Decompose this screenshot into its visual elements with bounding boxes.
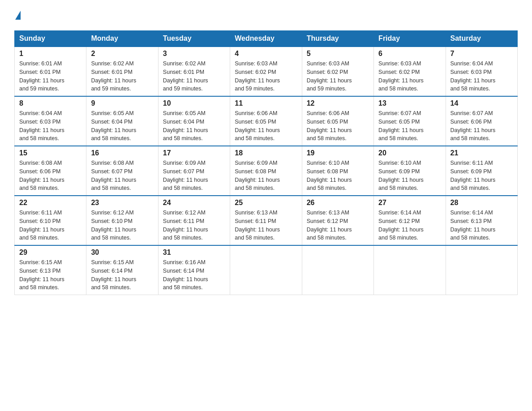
- day-cell: 15 Sunrise: 6:08 AM Sunset: 6:06 PM Dayl…: [15, 146, 86, 196]
- day-cell: 29 Sunrise: 6:15 AM Sunset: 6:13 PM Dayl…: [15, 245, 86, 295]
- logo: [14, 11, 21, 20]
- day-cell: 27 Sunrise: 6:14 AM Sunset: 6:12 PM Dayl…: [374, 196, 446, 245]
- day-info: Sunrise: 6:01 AM Sunset: 6:01 PM Dayligh…: [19, 60, 82, 93]
- day-info: Sunrise: 6:12 AM Sunset: 6:11 PM Dayligh…: [163, 209, 225, 242]
- day-number: 19: [307, 149, 369, 157]
- day-number: 3: [163, 50, 225, 58]
- day-info: Sunrise: 6:05 AM Sunset: 6:04 PM Dayligh…: [163, 109, 225, 143]
- col-header-sunday: Sunday: [15, 31, 86, 47]
- day-info: Sunrise: 6:03 AM Sunset: 6:02 PM Dayligh…: [378, 60, 441, 93]
- day-number: 7: [450, 50, 513, 58]
- col-header-saturday: Saturday: [446, 31, 517, 47]
- day-info: Sunrise: 6:11 AM Sunset: 6:09 PM Dayligh…: [450, 159, 513, 193]
- day-number: 13: [378, 99, 441, 107]
- page-header: [14, 11, 518, 20]
- day-info: Sunrise: 6:07 AM Sunset: 6:05 PM Dayligh…: [378, 109, 441, 143]
- day-info: Sunrise: 6:13 AM Sunset: 6:11 PM Dayligh…: [235, 209, 297, 242]
- day-number: 20: [378, 149, 441, 157]
- day-cell: 23 Sunrise: 6:12 AM Sunset: 6:10 PM Dayl…: [86, 196, 158, 245]
- calendar-table: SundayMondayTuesdayWednesdayThursdayFrid…: [14, 30, 518, 295]
- day-number: 31: [163, 248, 225, 257]
- day-info: Sunrise: 6:09 AM Sunset: 6:08 PM Dayligh…: [235, 159, 297, 193]
- day-cell: 14 Sunrise: 6:07 AM Sunset: 6:06 PM Dayl…: [446, 96, 517, 146]
- week-row-1: 1 Sunrise: 6:01 AM Sunset: 6:01 PM Dayli…: [15, 47, 518, 96]
- day-info: Sunrise: 6:04 AM Sunset: 6:03 PM Dayligh…: [19, 109, 82, 143]
- day-info: Sunrise: 6:03 AM Sunset: 6:02 PM Dayligh…: [307, 60, 369, 93]
- day-info: Sunrise: 6:10 AM Sunset: 6:09 PM Dayligh…: [378, 159, 441, 193]
- day-number: 27: [378, 199, 441, 207]
- day-number: 12: [307, 99, 369, 107]
- day-number: 26: [307, 199, 369, 207]
- day-cell: 4 Sunrise: 6:03 AM Sunset: 6:02 PM Dayli…: [230, 47, 302, 96]
- day-info: Sunrise: 6:09 AM Sunset: 6:07 PM Dayligh…: [163, 159, 225, 193]
- day-cell: 24 Sunrise: 6:12 AM Sunset: 6:11 PM Dayl…: [158, 196, 230, 245]
- day-info: Sunrise: 6:05 AM Sunset: 6:04 PM Dayligh…: [91, 109, 153, 143]
- col-header-monday: Monday: [86, 31, 158, 47]
- day-cell: 18 Sunrise: 6:09 AM Sunset: 6:08 PM Dayl…: [230, 146, 302, 196]
- day-cell: 22 Sunrise: 6:11 AM Sunset: 6:10 PM Dayl…: [15, 196, 86, 245]
- day-number: 6: [378, 50, 441, 58]
- day-cell: 6 Sunrise: 6:03 AM Sunset: 6:02 PM Dayli…: [374, 47, 446, 96]
- day-cell: 5 Sunrise: 6:03 AM Sunset: 6:02 PM Dayli…: [302, 47, 373, 96]
- day-cell: 21 Sunrise: 6:11 AM Sunset: 6:09 PM Dayl…: [446, 146, 517, 196]
- day-info: Sunrise: 6:13 AM Sunset: 6:12 PM Dayligh…: [307, 209, 369, 242]
- day-number: 14: [450, 99, 513, 107]
- day-cell: 13 Sunrise: 6:07 AM Sunset: 6:05 PM Dayl…: [374, 96, 446, 146]
- day-number: 16: [91, 149, 153, 157]
- day-number: 23: [91, 199, 153, 207]
- day-cell: 7 Sunrise: 6:04 AM Sunset: 6:03 PM Dayli…: [446, 47, 517, 96]
- day-cell: 9 Sunrise: 6:05 AM Sunset: 6:04 PM Dayli…: [86, 96, 158, 146]
- day-number: 17: [163, 149, 225, 157]
- week-row-5: 29 Sunrise: 6:15 AM Sunset: 6:13 PM Dayl…: [15, 245, 518, 295]
- day-info: Sunrise: 6:06 AM Sunset: 6:05 PM Dayligh…: [235, 109, 297, 143]
- day-info: Sunrise: 6:15 AM Sunset: 6:14 PM Dayligh…: [91, 258, 153, 292]
- day-cell: [374, 245, 446, 295]
- day-info: Sunrise: 6:14 AM Sunset: 6:12 PM Dayligh…: [378, 209, 441, 242]
- day-number: 8: [19, 99, 82, 107]
- day-cell: 12 Sunrise: 6:06 AM Sunset: 6:05 PM Dayl…: [302, 96, 373, 146]
- header-row: SundayMondayTuesdayWednesdayThursdayFrid…: [15, 31, 518, 47]
- day-number: 22: [19, 199, 82, 207]
- day-info: Sunrise: 6:11 AM Sunset: 6:10 PM Dayligh…: [19, 209, 82, 242]
- day-info: Sunrise: 6:08 AM Sunset: 6:07 PM Dayligh…: [91, 159, 153, 193]
- day-number: 29: [19, 248, 82, 257]
- day-info: Sunrise: 6:07 AM Sunset: 6:06 PM Dayligh…: [450, 109, 513, 143]
- day-info: Sunrise: 6:14 AM Sunset: 6:13 PM Dayligh…: [450, 209, 513, 242]
- day-cell: [302, 245, 373, 295]
- day-cell: 8 Sunrise: 6:04 AM Sunset: 6:03 PM Dayli…: [15, 96, 86, 146]
- day-number: 11: [235, 99, 297, 107]
- day-cell: 31 Sunrise: 6:16 AM Sunset: 6:14 PM Dayl…: [158, 245, 230, 295]
- day-cell: 10 Sunrise: 6:05 AM Sunset: 6:04 PM Dayl…: [158, 96, 230, 146]
- day-info: Sunrise: 6:04 AM Sunset: 6:03 PM Dayligh…: [450, 60, 513, 93]
- day-number: 10: [163, 99, 225, 107]
- day-cell: [446, 245, 517, 295]
- day-number: 25: [235, 199, 297, 207]
- day-cell: 2 Sunrise: 6:02 AM Sunset: 6:01 PM Dayli…: [86, 47, 158, 96]
- day-number: 1: [19, 50, 82, 58]
- col-header-wednesday: Wednesday: [230, 31, 302, 47]
- day-cell: [230, 245, 302, 295]
- day-cell: 30 Sunrise: 6:15 AM Sunset: 6:14 PM Dayl…: [86, 245, 158, 295]
- week-row-3: 15 Sunrise: 6:08 AM Sunset: 6:06 PM Dayl…: [15, 146, 518, 196]
- day-number: 30: [91, 248, 153, 257]
- day-cell: 16 Sunrise: 6:08 AM Sunset: 6:07 PM Dayl…: [86, 146, 158, 196]
- day-number: 15: [19, 149, 82, 157]
- week-row-2: 8 Sunrise: 6:04 AM Sunset: 6:03 PM Dayli…: [15, 96, 518, 146]
- day-cell: 26 Sunrise: 6:13 AM Sunset: 6:12 PM Dayl…: [302, 196, 373, 245]
- day-number: 4: [235, 50, 297, 58]
- day-cell: 1 Sunrise: 6:01 AM Sunset: 6:01 PM Dayli…: [15, 47, 86, 96]
- day-info: Sunrise: 6:12 AM Sunset: 6:10 PM Dayligh…: [91, 209, 153, 242]
- day-info: Sunrise: 6:10 AM Sunset: 6:08 PM Dayligh…: [307, 159, 369, 193]
- day-info: Sunrise: 6:16 AM Sunset: 6:14 PM Dayligh…: [163, 258, 225, 292]
- day-cell: 3 Sunrise: 6:02 AM Sunset: 6:01 PM Dayli…: [158, 47, 230, 96]
- day-info: Sunrise: 6:06 AM Sunset: 6:05 PM Dayligh…: [307, 109, 369, 143]
- col-header-tuesday: Tuesday: [158, 31, 230, 47]
- day-number: 9: [91, 99, 153, 107]
- day-number: 5: [307, 50, 369, 58]
- day-info: Sunrise: 6:15 AM Sunset: 6:13 PM Dayligh…: [19, 258, 82, 292]
- logo-triangle-icon: [15, 11, 21, 20]
- day-info: Sunrise: 6:08 AM Sunset: 6:06 PM Dayligh…: [19, 159, 82, 193]
- day-cell: 19 Sunrise: 6:10 AM Sunset: 6:08 PM Dayl…: [302, 146, 373, 196]
- week-row-4: 22 Sunrise: 6:11 AM Sunset: 6:10 PM Dayl…: [15, 196, 518, 245]
- day-number: 21: [450, 149, 513, 157]
